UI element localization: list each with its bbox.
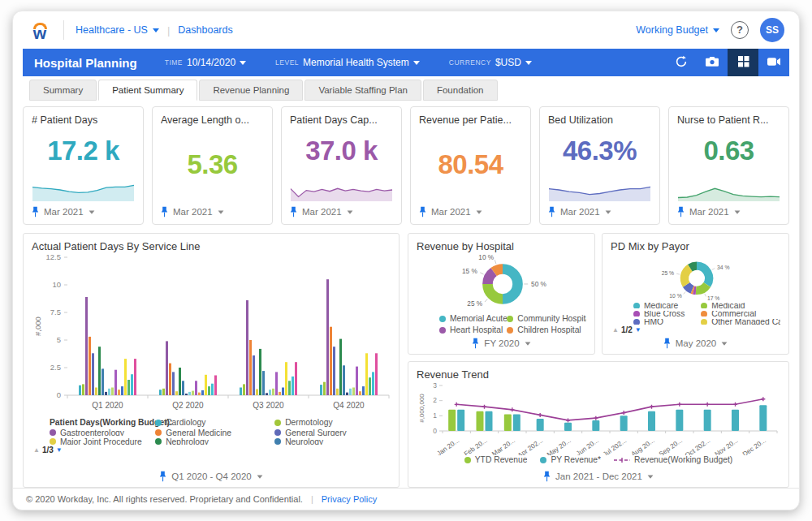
kpi-period-dropdown[interactable]: Mar 2021 xyxy=(677,203,741,219)
kpi-sparkline xyxy=(290,175,393,203)
period-dropdown-revenue-trend[interactable]: Jan 2021 - Dec 2021 xyxy=(543,467,654,484)
pager-up-icon[interactable]: ▲ xyxy=(33,446,40,454)
kpi-value: 17.2 k xyxy=(32,126,135,175)
donut-row: Revenue by Hospital 50 %25 %15 %10 % Mem… xyxy=(408,233,789,355)
kpi-period-dropdown[interactable]: Mar 2021 xyxy=(290,203,353,219)
period-label: Mar 2021 xyxy=(689,207,729,217)
help-icon[interactable]: ? xyxy=(731,21,749,39)
legend-item-general-medicine: General Medicine xyxy=(155,429,274,436)
tab-foundation[interactable]: Foundation xyxy=(423,80,498,101)
kpi-period-dropdown[interactable]: Mar 2021 xyxy=(161,203,224,219)
tab-summary[interactable]: Summary xyxy=(29,80,97,101)
kpi-period-dropdown[interactable]: Mar 2021 xyxy=(32,203,95,219)
legend-item-heart-hospital: Heart Hospital xyxy=(439,325,507,334)
grid-view-button[interactable] xyxy=(728,49,758,76)
filter-label: CURRENCY xyxy=(449,58,491,67)
filter-currency[interactable]: CURRENCY$USD xyxy=(449,57,532,68)
kpi-period-dropdown[interactable]: Mar 2021 xyxy=(548,203,611,219)
avatar[interactable]: SS xyxy=(760,18,784,42)
chart-legend: YTD RevenuePY Revenue*Revenue(Working Bu… xyxy=(417,455,780,464)
filter-group: TIME10/14/2020LEVELMemorial Health Syste… xyxy=(165,57,532,68)
legend-item-ytd-revenue: YTD Revenue xyxy=(464,455,528,464)
pager-text: 1/2 xyxy=(621,325,633,334)
working-budget-selector[interactable]: Working Budget xyxy=(636,24,719,36)
chevron-down-icon xyxy=(734,210,740,213)
tab-variable-staffing-plan[interactable]: Variable Staffing Plan xyxy=(304,80,421,101)
pin-icon xyxy=(548,206,555,217)
filter-level[interactable]: LEVELMemorial Health System xyxy=(275,57,420,68)
screenshot-button[interactable] xyxy=(697,49,728,76)
svg-text:10 %: 10 % xyxy=(478,254,494,261)
kpi-card-patient-days-cap: Patient Days Cap...37.0 kMar 2021 xyxy=(281,106,402,225)
panel-footer: FY 2020 xyxy=(417,334,586,351)
svg-text:Aug 20...: Aug 20... xyxy=(630,437,656,455)
kpi-card-patient-days: # Patient Days17.2 kMar 2021 xyxy=(23,106,144,225)
breadcrumb-dashboards[interactable]: Dashboards xyxy=(178,24,232,36)
dashboard-content: Actual Patient Days By Service Line 02.5… xyxy=(13,229,799,488)
period-dropdown-pd-mix[interactable]: May 2020 xyxy=(663,334,728,351)
legend-item-community-hospital: Community Hospital xyxy=(507,314,586,323)
panel-footer: May 2020 xyxy=(611,334,780,351)
period-dropdown-revenue-by-hospital[interactable]: FY 2020 xyxy=(472,334,530,351)
pager-down-icon[interactable]: ▼ xyxy=(56,446,63,454)
kpi-title: # Patient Days xyxy=(32,114,135,126)
copyright-text: © 2020 Workday, Inc. All rights reserved… xyxy=(26,494,303,504)
kpi-card-nurse-to-patient-r: Nurse to Patient R...0.63Mar 2021 xyxy=(668,106,789,225)
kpi-title: Average Length o... xyxy=(161,114,264,126)
kpi-sparkline xyxy=(32,175,135,203)
svg-text:17 %: 17 % xyxy=(707,295,719,301)
breadcrumb: Healthcare - US | Dashboards xyxy=(63,20,233,40)
filter-time[interactable]: TIME10/14/2020 xyxy=(165,57,246,68)
panel-title: Revenue Trend xyxy=(417,368,780,381)
pager-up-icon[interactable]: ▲ xyxy=(612,326,619,334)
pin-icon xyxy=(543,471,551,482)
chevron-down-icon xyxy=(218,210,223,213)
legend-item-gastroenterology: Gastroenterology xyxy=(50,429,155,436)
svg-text:1: 1 xyxy=(433,411,437,420)
kpi-period-dropdown[interactable]: Mar 2021 xyxy=(419,203,482,219)
app-window: w Healthcare - US | Dashboards Working B… xyxy=(12,11,800,510)
org-selector[interactable]: Healthcare - US xyxy=(76,24,159,36)
video-button[interactable] xyxy=(758,49,789,76)
org-label: Healthcare - US xyxy=(76,24,148,36)
svg-text:Q3 2020: Q3 2020 xyxy=(253,401,284,410)
pin-icon xyxy=(290,206,297,217)
period-label: Mar 2021 xyxy=(173,207,213,217)
chevron-down-icon xyxy=(257,475,262,478)
svg-text:25 %: 25 % xyxy=(662,270,674,276)
pin-icon xyxy=(472,338,479,349)
pin-icon xyxy=(419,206,426,217)
refresh-button[interactable] xyxy=(666,49,697,76)
svg-text:15 %: 15 % xyxy=(462,268,477,275)
svg-text:12.5: 12.5 xyxy=(46,252,62,261)
tab-patient-summary[interactable]: Patient Summary xyxy=(98,80,197,101)
pd-mix-by-payor-donut-chart: 34 %17 %10 %25 % xyxy=(611,252,783,303)
tab-revenue-planning[interactable]: Revenue Planning xyxy=(199,80,303,101)
svg-text:Feb 20...: Feb 20... xyxy=(463,437,489,455)
panel-pd-mix-by-payor: PD Mix by Payor 34 %17 %10 %25 % Medicar… xyxy=(602,233,789,355)
svg-text:Apr 202...: Apr 202... xyxy=(516,437,544,455)
top-header: w Healthcare - US | Dashboards Working B… xyxy=(13,11,799,49)
breadcrumb-separator: | xyxy=(167,24,170,37)
chevron-down-icon xyxy=(525,342,530,345)
refresh-icon xyxy=(675,55,688,71)
working-budget-label: Working Budget xyxy=(636,24,708,36)
panel-title: PD Mix by Payor xyxy=(611,240,780,252)
legend-item-medicaid: Medicaid xyxy=(701,303,780,308)
pager-down-icon[interactable]: ▼ xyxy=(635,326,641,334)
kpi-title: Revenue per Patie... xyxy=(419,114,522,126)
svg-text:2.5: 2.5 xyxy=(50,363,61,372)
legend-item-hmo: HMO xyxy=(633,319,701,325)
svg-text:2: 2 xyxy=(433,396,437,404)
topbar-right: Working Budget ? SS xyxy=(636,18,784,42)
filter-value: Memorial Health System xyxy=(303,57,409,68)
period-dropdown-service-line[interactable]: Q1 2020 - Q4 2020 xyxy=(159,467,262,484)
privacy-policy-link[interactable]: Privacy Policy xyxy=(322,494,377,504)
panel-footer: Jan 2021 - Dec 2021 xyxy=(417,467,780,484)
chevron-down-icon xyxy=(722,342,728,345)
chevron-down-icon xyxy=(153,28,159,32)
legend-title: Patient Days(Working Budget): xyxy=(50,418,155,427)
svg-text:Mar 20...: Mar 20... xyxy=(490,437,516,455)
panel-footer: Q1 2020 - Q4 2020 xyxy=(32,467,391,484)
legend-item-children-hospital: Children Hospital xyxy=(507,325,586,334)
